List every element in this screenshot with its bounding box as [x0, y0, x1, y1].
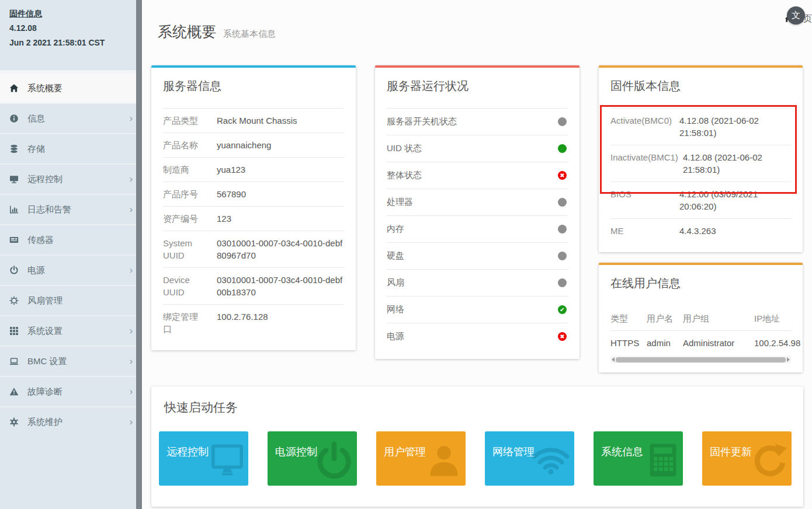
- status-dot: [558, 225, 567, 233]
- quick-task-user-management[interactable]: 用户管理: [376, 431, 466, 486]
- health-row: 硬盘: [387, 242, 568, 269]
- sidebar-item-storage[interactable]: 存储: [0, 133, 142, 163]
- sidebar-item-bmc-settings[interactable]: BMC 设置 ›: [0, 346, 142, 376]
- info-row: Device UUID 03010001-0007-03c4-0010-debf…: [163, 267, 344, 304]
- sidebar-item-logs-alerts[interactable]: 日志和告警 ›: [0, 194, 142, 224]
- chevron-right-icon: ›: [130, 387, 133, 396]
- health-row: 电源: [387, 323, 568, 350]
- quick-tasks-title: 快速启动任务: [151, 386, 803, 416]
- server-info-card: 服务器信息 产品类型 Rack Mount Chassis 产品名称 yuann…: [151, 65, 356, 350]
- status-dot: [558, 252, 567, 260]
- table-horizontal-scrollbar[interactable]: [610, 356, 791, 363]
- quick-task-network-management[interactable]: 网络管理: [485, 431, 574, 486]
- health-row: 整体状态: [387, 162, 568, 189]
- user-icon: [427, 442, 461, 477]
- firmware-build-time: Jun 2 2021 21:58:01 CST: [9, 38, 133, 47]
- database-icon: [9, 144, 20, 154]
- sensor-panel-icon: [9, 235, 20, 245]
- sidebar-item-label: BMC 设置: [27, 356, 130, 367]
- monitor-icon: [9, 175, 20, 184]
- firmware-version: 4.12.08: [9, 23, 133, 33]
- warning-icon: [9, 387, 20, 396]
- sidebar-item-information[interactable]: 信息 ›: [0, 103, 142, 133]
- status-error-icon: [558, 171, 567, 180]
- sidebar-item-label: 风扇管理: [27, 295, 133, 306]
- firmware-info-link[interactable]: 固件信息: [9, 9, 133, 18]
- monitor-icon: [211, 444, 244, 476]
- sidebar-item-label: 远程控制: [27, 174, 130, 185]
- sidebar-item-label: 系统设置: [27, 326, 130, 337]
- info-row: 绑定管理口 100.2.76.128: [163, 304, 344, 341]
- info-row: System UUID 03010001-0007-03c4-0010-debf…: [163, 231, 344, 267]
- gear-icon: [9, 417, 20, 427]
- column-header: 用户名: [647, 308, 683, 331]
- chevron-right-icon: ›: [130, 114, 133, 123]
- sidebar-item-fan-management[interactable]: 风扇管理: [0, 285, 142, 315]
- quick-task-system-info[interactable]: 系统信息: [594, 431, 683, 486]
- firmware-versions-card: 固件版本信息 Activate(BMC0) 4.12.08 (2021-06-0…: [599, 65, 803, 252]
- info-row: 制造商 yua123: [163, 157, 344, 182]
- quick-task-tiles: 远程控制 电源控制 用户管理: [151, 431, 803, 486]
- health-row: 内存: [387, 215, 568, 242]
- sidebar-item-system-maintenance[interactable]: 系统维护 ›: [0, 406, 142, 437]
- online-users-card: 在线用户信息 类型 用户名 用户组 IP地址: [599, 263, 803, 372]
- info-row: 产品名称 yuannaicheng: [163, 133, 344, 157]
- page-subtitle: 系统基本信息: [223, 29, 276, 40]
- info-row: 产品类型 Rack Mount Chassis: [163, 108, 344, 133]
- sidebar-item-label: 日志和告警: [27, 204, 130, 215]
- info-row: ME 4.4.3.263: [610, 218, 791, 243]
- sidebar-item-label: 系统概要: [27, 83, 133, 94]
- language-toggle-button[interactable]: 文: [787, 6, 805, 25]
- health-row: 处理器: [387, 189, 568, 215]
- quick-task-remote-control[interactable]: 远程控制: [159, 431, 248, 486]
- quick-task-power-control[interactable]: 电源控制: [268, 431, 357, 486]
- status-dot: [558, 278, 567, 287]
- column-header: 类型: [610, 308, 647, 331]
- sidebar-item-label: 电源: [27, 265, 130, 276]
- chevron-right-icon: ›: [130, 417, 133, 427]
- wifi-icon: [532, 445, 570, 475]
- sidebar-item-sensors[interactable]: 传感器: [0, 224, 142, 254]
- card-title: 在线用户信息: [599, 265, 803, 305]
- card-title: 固件版本信息: [599, 68, 803, 108]
- status-dot: [558, 117, 567, 126]
- online-users-table: 类型 用户名 用户组 IP地址 HTTPS admin: [610, 308, 791, 354]
- sidebar-item-fault-diagnosis[interactable]: 故障诊断 ›: [0, 376, 142, 406]
- calculator-icon: [648, 442, 678, 478]
- chevron-right-icon: ›: [130, 357, 133, 366]
- bmc-dashboard: 固件信息 4.12.08 Jun 2 2021 21:58:01 CST 系统概…: [0, 0, 812, 509]
- sidebar-item-label: 信息: [27, 113, 130, 124]
- scroll-left-arrow-icon[interactable]: [612, 357, 615, 362]
- table-row: HTTPS admin Administrator 100.2.54.98: [610, 331, 791, 354]
- sidebar-scrollbar[interactable]: [136, 0, 142, 509]
- card-title: 服务器运行状况: [375, 68, 579, 108]
- health-row: 服务器开关机状态: [387, 108, 568, 135]
- sidebar-item-system-settings[interactable]: 系统设置 ›: [0, 315, 142, 346]
- scroll-right-arrow-icon[interactable]: [787, 357, 790, 362]
- scrollbar-thumb[interactable]: [616, 357, 786, 362]
- sidebar-item-label: 系统维护: [27, 417, 130, 428]
- sidebar-menu: 系统概要 信息 › 存储 远程控制: [0, 70, 142, 437]
- info-row: Inactivate(BMC1) 4.12.08 (2021-06-02 21:…: [610, 145, 791, 182]
- status-dot: [558, 144, 567, 153]
- chevron-right-icon: ›: [130, 205, 133, 214]
- sidebar-firmware-info: 固件信息 4.12.08 Jun 2 2021 21:58:01 CST: [0, 0, 142, 70]
- sidebar-item-label: 存储: [27, 144, 133, 155]
- bar-chart-icon: [9, 205, 20, 214]
- info-row: BIOS 4.12.00 (03/09/2021 20:06:20): [610, 182, 791, 218]
- quick-task-firmware-update[interactable]: 固件更新: [702, 431, 792, 486]
- sidebar-item-label: 故障诊断: [27, 386, 130, 398]
- status-ok-icon: [558, 305, 567, 314]
- sidebar-item-power[interactable]: 电源 ›: [0, 254, 142, 285]
- sidebar-item-system-summary[interactable]: 系统概要: [0, 74, 142, 103]
- health-row: 网络: [387, 296, 568, 323]
- chevron-right-icon: ›: [130, 266, 133, 275]
- right-column: 固件版本信息 Activate(BMC0) 4.12.08 (2021-06-0…: [599, 65, 803, 372]
- info-row: 资产编号 123: [163, 206, 344, 231]
- sidebar-item-remote-control[interactable]: 远程控制 ›: [0, 163, 142, 194]
- card-title: 服务器信息: [151, 68, 356, 108]
- status-dot: [558, 198, 567, 207]
- page-title: 系统概要: [158, 22, 216, 41]
- power-icon: [316, 441, 352, 479]
- column-header: IP地址: [754, 308, 791, 331]
